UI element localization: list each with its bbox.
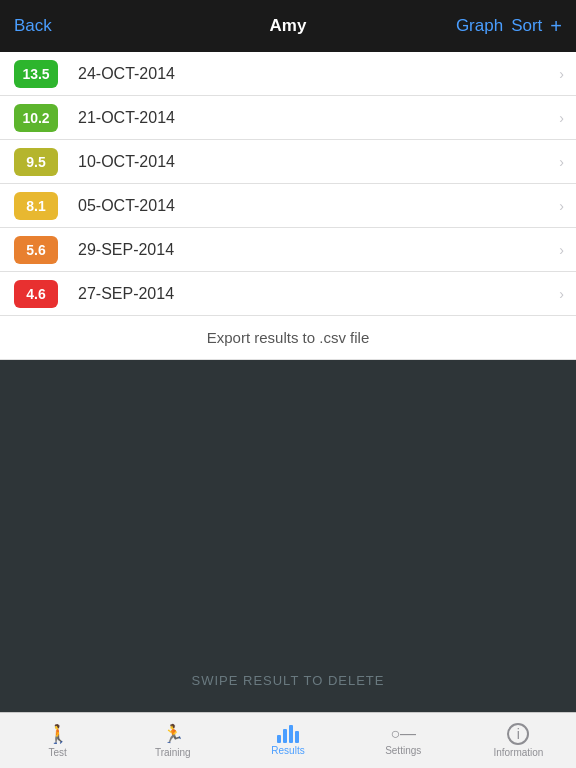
results-icon	[277, 725, 299, 743]
export-row[interactable]: Export results to .csv file	[0, 316, 576, 360]
nav-actions: Graph Sort +	[456, 15, 562, 38]
tab-test[interactable]: 🚶 Test	[0, 713, 115, 768]
score-badge: 4.6	[14, 280, 58, 308]
tab-test-label: Test	[48, 747, 66, 758]
score-badge: 10.2	[14, 104, 58, 132]
score-badge: 13.5	[14, 60, 58, 88]
chevron-right-icon: ›	[559, 286, 564, 302]
list-item[interactable]: 10.221-OCT-2014›	[0, 96, 576, 140]
back-button[interactable]: Back	[14, 16, 52, 36]
date-label: 27-SEP-2014	[78, 285, 559, 303]
list-item[interactable]: 4.627-SEP-2014›	[0, 272, 576, 316]
information-icon: i	[507, 723, 529, 745]
date-label: 05-OCT-2014	[78, 197, 559, 215]
list-item[interactable]: 13.524-OCT-2014›	[0, 52, 576, 96]
date-label: 10-OCT-2014	[78, 153, 559, 171]
tab-information[interactable]: i Information	[461, 713, 576, 768]
main-container: 13.524-OCT-2014›10.221-OCT-2014›9.510-OC…	[0, 52, 576, 712]
tab-settings-label: Settings	[385, 745, 421, 756]
dark-background: SWIPE RESULT TO DELETE	[0, 360, 576, 712]
swipe-hint: SWIPE RESULT TO DELETE	[192, 673, 385, 688]
tab-results-label: Results	[271, 745, 304, 756]
list-item[interactable]: 5.629-SEP-2014›	[0, 228, 576, 272]
list-item[interactable]: 9.510-OCT-2014›	[0, 140, 576, 184]
navigation-bar: Back Amy Graph Sort +	[0, 0, 576, 52]
score-badge: 8.1	[14, 192, 58, 220]
list-item[interactable]: 8.105-OCT-2014›	[0, 184, 576, 228]
tab-training-label: Training	[155, 747, 191, 758]
chevron-right-icon: ›	[559, 198, 564, 214]
date-label: 24-OCT-2014	[78, 65, 559, 83]
tab-information-label: Information	[493, 747, 543, 758]
tab-settings[interactable]: ○― Settings	[346, 713, 461, 768]
chevron-right-icon: ›	[559, 154, 564, 170]
sort-button[interactable]: Sort	[511, 16, 542, 36]
settings-icon: ○―	[390, 725, 416, 743]
score-badge: 5.6	[14, 236, 58, 264]
graph-button[interactable]: Graph	[456, 16, 503, 36]
tab-training[interactable]: 🏃 Training	[115, 713, 230, 768]
tab-bar: 🚶 Test 🏃 Training Results ○― Settings i …	[0, 712, 576, 768]
test-icon: 🚶	[47, 723, 69, 745]
tab-results[interactable]: Results	[230, 713, 345, 768]
chevron-right-icon: ›	[559, 66, 564, 82]
add-button[interactable]: +	[550, 15, 562, 38]
score-badge: 9.5	[14, 148, 58, 176]
date-label: 29-SEP-2014	[78, 241, 559, 259]
page-title: Amy	[270, 16, 307, 36]
chevron-right-icon: ›	[559, 242, 564, 258]
training-icon: 🏃	[162, 723, 184, 745]
results-list: 13.524-OCT-2014›10.221-OCT-2014›9.510-OC…	[0, 52, 576, 316]
export-label: Export results to .csv file	[207, 329, 370, 346]
date-label: 21-OCT-2014	[78, 109, 559, 127]
chevron-right-icon: ›	[559, 110, 564, 126]
